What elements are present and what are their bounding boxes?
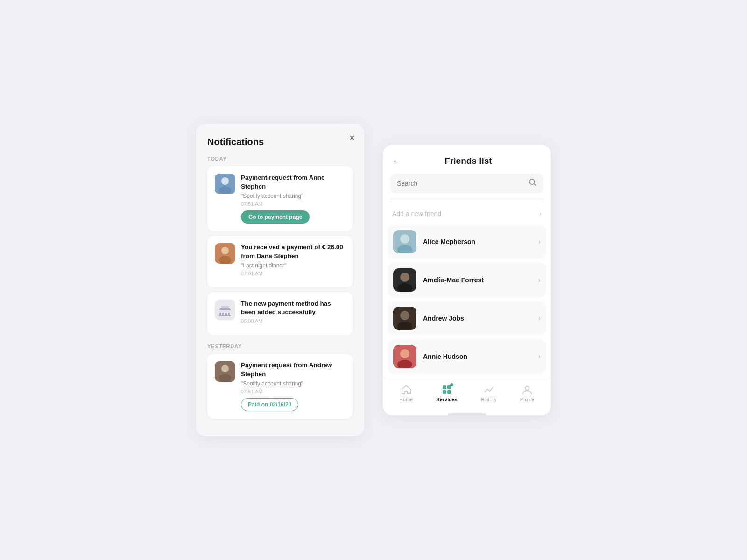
- close-button[interactable]: ×: [349, 133, 355, 142]
- svg-rect-10: [222, 313, 224, 315]
- svg-point-4: [221, 247, 229, 254]
- notifications-title: Notifications: [207, 137, 353, 147]
- friends-header: ← Friends list: [383, 156, 551, 174]
- section-yesterday: YESTERDAY: [207, 343, 353, 349]
- svg-rect-11: [225, 313, 227, 315]
- notification-body: You received a payment of € 26.00 from D…: [241, 243, 345, 280]
- friend-name: Amelia-Mae Forrest: [423, 276, 532, 284]
- bottom-navigation: Home Services History: [383, 378, 551, 410]
- friends-list-panel: ← Friends list Add a new friend › Alice …: [383, 145, 551, 415]
- svg-point-35: [525, 386, 529, 390]
- svg-point-23: [400, 273, 409, 282]
- go-to-payment-button[interactable]: Go to payment page: [241, 210, 310, 224]
- svg-rect-8: [221, 306, 229, 308]
- friend-avatar: [393, 345, 416, 368]
- bank-icon: [215, 300, 235, 320]
- add-friend-label: Add a new friend: [392, 210, 441, 217]
- svg-line-18: [534, 184, 536, 186]
- friend-item[interactable]: Annie Hudson ›: [388, 339, 546, 374]
- paid-button[interactable]: Paid on 02/16/20: [241, 398, 298, 411]
- chevron-right-icon: ›: [538, 276, 541, 284]
- nav-home[interactable]: Home: [395, 385, 417, 402]
- chevron-right-icon: ›: [538, 352, 541, 361]
- divider: [390, 199, 543, 199]
- notifications-panel: × Notifications TODAY Payment request fr…: [196, 124, 364, 436]
- back-button[interactable]: ←: [392, 156, 401, 166]
- svg-point-1: [221, 177, 229, 185]
- svg-point-20: [400, 234, 409, 244]
- notification-time: 07:51 AM: [241, 389, 345, 394]
- nav-history[interactable]: History: [476, 385, 501, 402]
- friend-name: Andrew Jobs: [423, 315, 532, 322]
- friend-name: Alice Mcpherson: [423, 238, 532, 245]
- nav-services-label: Services: [436, 397, 457, 402]
- scroll-indicator: [448, 413, 486, 415]
- notification-title: The new payment method has been added su…: [241, 300, 345, 317]
- svg-rect-12: [228, 313, 230, 315]
- nav-services[interactable]: Services: [431, 385, 462, 402]
- friend-avatar: [393, 307, 416, 330]
- notification-item: Payment request from Anne Stephen "Spoti…: [207, 166, 353, 231]
- notification-subtitle: "Spotify account sharing": [241, 380, 345, 387]
- avatar: [215, 361, 235, 382]
- notification-item: The new payment method has been added su…: [207, 292, 353, 336]
- notification-body: Payment request from Anne Stephen "Spoti…: [241, 174, 345, 224]
- notification-title: Payment request from Andrew Stephen: [241, 361, 345, 379]
- friend-name: Annie Hudson: [423, 353, 532, 360]
- chevron-right-icon: ›: [539, 210, 542, 218]
- notification-title: You received a payment of € 26.00 from D…: [241, 243, 345, 261]
- svg-point-15: [221, 365, 229, 372]
- avatar: [215, 174, 235, 194]
- notification-body: The new payment method has been added su…: [241, 300, 345, 328]
- svg-rect-33: [443, 390, 446, 394]
- svg-point-29: [400, 349, 409, 358]
- svg-rect-9: [219, 313, 221, 315]
- notification-subtitle: "Last night dinner": [241, 262, 345, 269]
- notification-item: Payment request from Andrew Stephen "Spo…: [207, 354, 353, 419]
- friend-avatar: [393, 230, 416, 253]
- notification-subtitle: "Spotify account sharing": [241, 193, 345, 199]
- search-input[interactable]: [397, 180, 525, 187]
- notification-time: 07:01 AM: [241, 271, 345, 276]
- chevron-right-icon: ›: [538, 314, 541, 322]
- friend-item[interactable]: Amelia-Mae Forrest ›: [388, 263, 546, 297]
- history-icon: [484, 385, 494, 395]
- svg-rect-31: [443, 385, 446, 389]
- nav-history-label: History: [481, 397, 497, 402]
- nav-profile[interactable]: Profile: [515, 385, 539, 402]
- svg-rect-34: [447, 390, 451, 394]
- friends-list: Alice Mcpherson › Amelia-Mae Forrest › A…: [383, 224, 551, 374]
- home-icon: [401, 385, 411, 395]
- nav-home-label: Home: [399, 397, 413, 402]
- notification-time: 07:51 AM: [241, 201, 345, 207]
- notification-body: Payment request from Andrew Stephen "Spo…: [241, 361, 345, 411]
- friend-item[interactable]: Alice Mcpherson ›: [388, 224, 546, 259]
- friend-item[interactable]: Andrew Jobs ›: [388, 301, 546, 336]
- notification-title: Payment request from Anne Stephen: [241, 174, 345, 191]
- nav-profile-label: Profile: [520, 397, 535, 402]
- svg-point-26: [400, 311, 409, 320]
- chevron-right-icon: ›: [538, 238, 541, 246]
- profile-icon: [522, 385, 532, 395]
- notification-item: You received a payment of € 26.00 from D…: [207, 236, 353, 287]
- services-icon: [442, 385, 452, 395]
- notification-time: 06:00 AM: [241, 318, 345, 324]
- friend-avatar: [393, 268, 416, 292]
- search-bar: [390, 174, 543, 193]
- add-friend-row[interactable]: Add a new friend ›: [383, 203, 551, 224]
- friends-list-title: Friends list: [406, 156, 542, 166]
- avatar: [215, 243, 235, 264]
- search-icon: [529, 178, 537, 189]
- section-today: TODAY: [207, 156, 353, 161]
- svg-rect-13: [219, 315, 231, 316]
